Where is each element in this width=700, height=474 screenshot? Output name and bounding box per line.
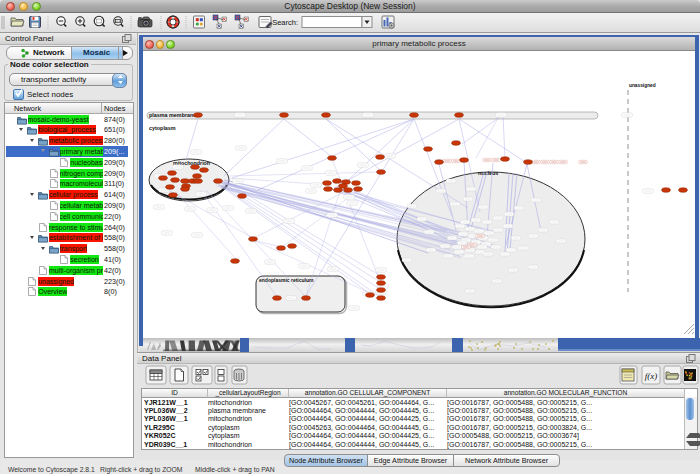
- svg-text:unassigned: unassigned: [629, 83, 656, 88]
- svg-text:plasma membrane: plasma membrane: [149, 112, 196, 118]
- svg-text:f(x): f(x): [645, 371, 658, 381]
- svg-text:nucleus: nucleus: [478, 170, 498, 176]
- svg-text:endoplasmic reticulum: endoplasmic reticulum: [259, 277, 314, 283]
- svg-text:cytoplasm: cytoplasm: [149, 125, 176, 131]
- svg-text:1:1: 1:1: [116, 19, 121, 23]
- svg-text:Search:: Search:: [272, 18, 298, 27]
